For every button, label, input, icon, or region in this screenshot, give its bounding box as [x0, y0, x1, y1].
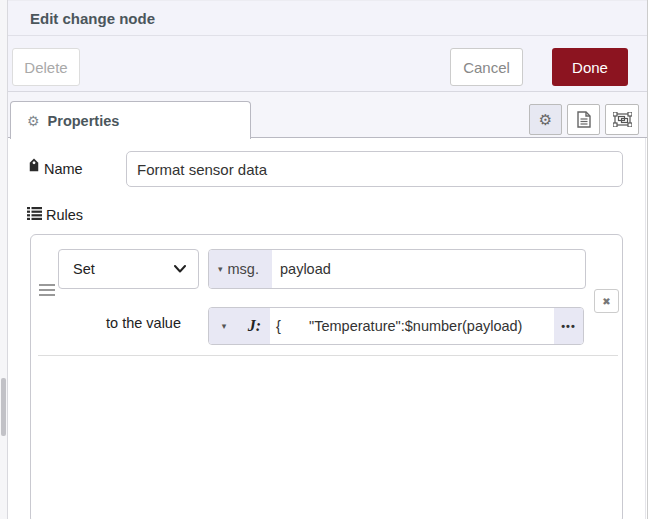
value-type-button[interactable]: ▾ [209, 308, 239, 344]
rule-divider [38, 355, 618, 356]
remove-rule-button[interactable]: ✖ [594, 289, 619, 313]
list-icon [27, 207, 42, 220]
scrollbar-thumb[interactable] [1, 378, 6, 436]
tab-properties-label: Properties [48, 113, 120, 129]
expression-input[interactable]: { "Temperature":$number(payload) [270, 308, 554, 344]
caret-down-icon: ▾ [222, 322, 227, 331]
object-group-icon [613, 112, 632, 127]
delete-button[interactable]: Delete [12, 48, 80, 86]
rule-property-field: ▾ msg. payload [208, 249, 586, 289]
rule-drag-handle[interactable] [39, 283, 55, 298]
dialog-title: Edit change node [30, 1, 155, 36]
chevron-down-icon [174, 265, 186, 273]
dialog-header: Edit change node [8, 0, 647, 36]
jsonata-type-icon: J: [239, 308, 270, 344]
property-type-button[interactable]: ▾ msg. [209, 250, 272, 288]
rule-action-select[interactable]: Set [58, 249, 199, 289]
property-input[interactable]: payload [272, 250, 585, 288]
form-scroll-edge [645, 138, 646, 519]
caret-down-icon: ▾ [218, 265, 223, 274]
tag-icon [24, 157, 44, 177]
rules-list: Set ▾ msg. payload ✖ to the value ▾ J: {… [30, 234, 623, 519]
grip-lines-icon [39, 283, 55, 298]
property-type-label: msg. [228, 261, 259, 277]
rules-label: Rules [46, 207, 83, 223]
gear-icon: ⚙ [539, 111, 552, 129]
rule-action-value: Set [73, 261, 95, 277]
tray-resize-strip[interactable] [0, 0, 8, 519]
name-input[interactable] [126, 151, 623, 187]
document-icon [577, 111, 591, 128]
tab-properties[interactable]: ⚙ Properties [10, 101, 251, 139]
expand-expression-button[interactable]: ••• [554, 308, 583, 344]
properties-tab-button[interactable]: ⚙ [529, 104, 562, 135]
name-label: Name [44, 161, 83, 177]
cancel-button[interactable]: Cancel [450, 48, 523, 86]
to-the-value-label: to the value [71, 315, 181, 331]
rule-value-field: ▾ J: { "Temperature":$number(payload) ••… [208, 307, 584, 345]
gear-icon: ⚙ [27, 113, 40, 129]
description-tab-button[interactable] [567, 104, 600, 135]
edit-change-node-dialog: Edit change node Delete Cancel Done ⚙ Pr… [8, 0, 648, 519]
appearance-tab-button[interactable] [605, 104, 639, 135]
done-button[interactable]: Done [552, 48, 628, 86]
